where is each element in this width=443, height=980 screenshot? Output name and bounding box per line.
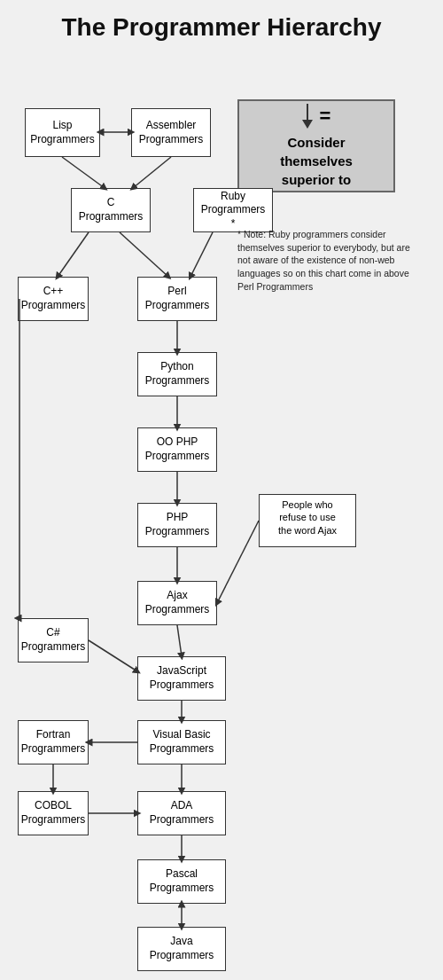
node-perl: Perl Programmers bbox=[137, 277, 217, 321]
node-fortran: Fortran Programmers bbox=[18, 720, 89, 764]
svg-line-14 bbox=[89, 640, 137, 671]
svg-line-5 bbox=[190, 232, 213, 277]
node-pascal: Pascal Programmers bbox=[137, 859, 226, 904]
diagram: = Consider themselves superior to Lisp P… bbox=[0, 51, 443, 980]
node-cobol: COBOL Programmers bbox=[18, 791, 89, 835]
node-ajax: Ajax Programmers bbox=[137, 581, 217, 625]
node-oophp: OO PHP Programmers bbox=[137, 427, 217, 472]
page-title: The Programmer Hierarchy bbox=[0, 0, 443, 51]
node-ajax-refusers: People who refuse to use the word Ajax bbox=[259, 494, 356, 547]
node-vb: Visual Basic Programmers bbox=[137, 720, 226, 764]
legend-text: Consider themselves superior to bbox=[280, 133, 353, 189]
node-assembler: Assembler Programmers bbox=[131, 108, 211, 157]
node-java: Java Programmers bbox=[137, 927, 226, 971]
svg-line-10 bbox=[217, 521, 259, 603]
legend-box: = Consider themselves superior to bbox=[237, 99, 395, 192]
node-ruby: Ruby Programmers * bbox=[193, 188, 273, 232]
node-csharp: C# Programmers bbox=[18, 618, 89, 662]
node-c: C Programmers bbox=[71, 188, 151, 232]
node-ada: ADA Programmers bbox=[137, 791, 226, 835]
node-python: Python Programmers bbox=[137, 352, 217, 396]
svg-line-11 bbox=[177, 625, 182, 656]
node-javascript: JavaScript Programmers bbox=[137, 656, 226, 701]
node-cpp: C++ Programmers bbox=[18, 277, 89, 321]
svg-line-1 bbox=[62, 157, 105, 188]
node-lisp: Lisp Programmers bbox=[25, 108, 100, 157]
legend-equals: = bbox=[320, 103, 331, 130]
svg-line-4 bbox=[120, 232, 168, 277]
node-php: PHP Programmers bbox=[137, 503, 217, 547]
svg-line-2 bbox=[133, 157, 171, 188]
svg-line-3 bbox=[58, 232, 89, 277]
ruby-note: * Note: Ruby programmers consider themse… bbox=[237, 228, 424, 293]
